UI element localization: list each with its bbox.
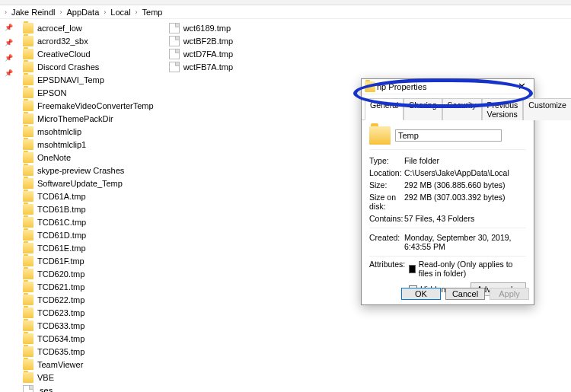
file-icon <box>169 62 180 72</box>
list-item[interactable]: Discord Crashes <box>23 61 154 73</box>
file-name: TCD635.tmp <box>37 347 85 356</box>
crumb[interactable]: AppData <box>66 8 99 17</box>
label: Location: <box>369 168 404 177</box>
tab-prev-versions[interactable]: Previous Versions <box>482 98 524 120</box>
list-item[interactable]: TCD61B.tmp <box>23 203 154 215</box>
file-name: .ses <box>37 386 53 392</box>
list-item[interactable]: FreemakeVideoConverterTemp <box>23 100 154 112</box>
list-item[interactable]: TeamViewer <box>23 359 154 371</box>
file-name: Discord Crashes <box>37 62 99 72</box>
list-item[interactable]: TCD620.tmp <box>23 268 154 280</box>
list-item[interactable]: CreativeCloud <box>23 48 154 60</box>
folder-icon <box>23 100 33 111</box>
cancel-button[interactable]: Cancel <box>445 288 485 300</box>
list-item[interactable]: wctFB7A.tmp <box>169 61 233 73</box>
name-field[interactable] <box>395 129 502 142</box>
label: Type: <box>369 156 404 165</box>
value: C:\Users\Jake\AppData\Local <box>404 168 526 177</box>
list-item[interactable]: .ses <box>23 384 154 392</box>
file-name: msohtmlclip <box>37 127 81 136</box>
list-item[interactable]: EPSON <box>23 87 154 99</box>
value: Monday, September 30, 2019, 6:43:55 PM <box>404 233 526 251</box>
folder-icon <box>23 204 33 215</box>
file-name: msohtmlclip1 <box>37 140 86 149</box>
tab-bar: General Sharing Security Previous Versio… <box>362 94 534 120</box>
list-item[interactable]: wctBF2B.tmp <box>169 35 233 47</box>
tab-customize[interactable]: Customize <box>523 98 571 120</box>
file-name: TCD623.tmp <box>37 308 85 317</box>
file-icon <box>169 23 180 33</box>
list-item[interactable]: skype-preview Crashes <box>23 164 154 177</box>
list-item[interactable]: TCD621.tmp <box>23 281 154 293</box>
crumb[interactable]: Local <box>110 8 130 17</box>
list-item[interactable]: TCD634.tmp <box>23 333 154 345</box>
folder-icon <box>23 308 33 318</box>
tab-general[interactable]: General <box>365 98 404 120</box>
crumb[interactable]: Jake Reindl <box>11 8 55 17</box>
list-item[interactable]: TCD61E.tmp <box>23 242 154 254</box>
folder-icon <box>23 113 33 124</box>
folder-icon <box>23 191 33 202</box>
apply-button[interactable]: Apply <box>490 288 529 300</box>
breadcrumb[interactable]: › Jake Reindl› AppData› Local› Temp <box>0 5 571 19</box>
list-item[interactable]: TCD61F.tmp <box>23 255 154 267</box>
list-item[interactable]: msohtmlclip1 <box>23 139 154 151</box>
list-item[interactable]: MicroThemePackDir <box>23 113 154 125</box>
folder-icon <box>23 126 33 137</box>
file-name: FreemakeVideoConverterTemp <box>37 101 154 110</box>
crumb[interactable]: Temp <box>142 8 163 17</box>
list-item[interactable]: TCD61A.tmp <box>23 190 154 202</box>
pin-icon: 📌 <box>5 54 13 62</box>
list-item[interactable]: EPSDNAVI_Temp <box>23 74 154 86</box>
list-item[interactable]: wctD7FA.tmp <box>169 48 233 60</box>
properties-dialog: np Properties ✕ General Sharing Security… <box>361 78 534 305</box>
folder-icon <box>23 62 33 72</box>
file-name: TCD634.tmp <box>37 334 85 343</box>
list-item[interactable]: TCD623.tmp <box>23 307 154 319</box>
folder-icon <box>23 359 33 370</box>
chevron-right-icon: › <box>102 8 107 16</box>
checkbox-label: Read-only (Only applies to files in fold… <box>419 260 526 278</box>
folder-icon <box>23 165 33 176</box>
label: Size: <box>369 180 404 190</box>
file-name: EPSON <box>37 88 67 97</box>
list-item[interactable]: msohtmlclip <box>23 126 154 138</box>
list-item[interactable]: acrord32_sbx <box>23 35 154 47</box>
file-name: TCD622.tmp <box>37 295 85 304</box>
pin-icon: 📌 <box>5 39 13 46</box>
list-item[interactable]: VBE <box>23 371 154 384</box>
file-name: wctD7FA.tmp <box>183 49 233 59</box>
file-name: acrord32_sbx <box>37 37 88 46</box>
chevron-right-icon: › <box>3 8 8 16</box>
list-item[interactable]: TCD635.tmp <box>23 346 154 358</box>
list-item[interactable]: SoftwareUpdate_Temp <box>23 177 154 190</box>
list-item[interactable]: TCD633.tmp <box>23 320 154 332</box>
folder-icon <box>23 88 33 98</box>
list-item[interactable]: TCD61D.tmp <box>23 229 154 241</box>
file-name: TCD620.tmp <box>37 269 85 279</box>
tab-security[interactable]: Security <box>442 98 482 120</box>
value: 292 MB (306.885.660 bytes) <box>404 180 526 190</box>
file-icon <box>169 49 180 59</box>
list-item[interactable]: wct6189.tmp <box>169 22 233 34</box>
folder-icon <box>23 269 33 279</box>
readonly-checkbox[interactable]: Read-only (Only applies to files in fold… <box>409 260 526 278</box>
checkbox-icon <box>409 265 416 273</box>
list-item[interactable]: OneNote <box>23 151 154 164</box>
folder-icon <box>23 139 33 150</box>
folder-icon <box>23 23 33 33</box>
folder-icon <box>23 256 33 266</box>
folder-icon <box>23 178 33 189</box>
nav-sidebar-partial: 📌 📌 📌 📌 <box>0 19 17 392</box>
tab-sharing[interactable]: Sharing <box>404 98 442 120</box>
list-item[interactable]: TCD61C.tmp <box>23 216 154 228</box>
value: 57 Files, 43 Folders <box>404 214 526 223</box>
file-name: TCD61A.tmp <box>37 192 86 201</box>
close-button[interactable]: ✕ <box>513 81 531 92</box>
file-name: TCD633.tmp <box>37 321 85 330</box>
file-name: SoftwareUpdate_Temp <box>37 179 123 188</box>
list-item[interactable]: TCD622.tmp <box>23 294 154 306</box>
list-item[interactable]: acrocef_low <box>23 22 154 34</box>
ok-button[interactable]: OK <box>401 288 441 300</box>
titlebar[interactable]: np Properties ✕ <box>362 79 534 94</box>
